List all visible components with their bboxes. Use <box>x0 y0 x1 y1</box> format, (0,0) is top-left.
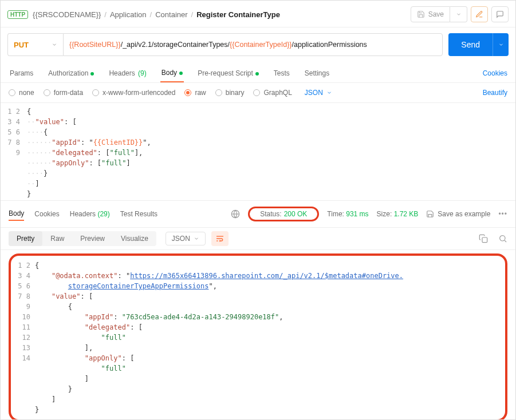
crumb-sep: / <box>191 10 194 19</box>
more-icon[interactable]: ••• <box>498 210 507 218</box>
url-input[interactable]: {{RootSiteURL}}/_api/v2.1/storageContain… <box>63 33 443 56</box>
send-dropdown[interactable] <box>493 33 509 56</box>
time-meta: Time: 931 ms <box>327 210 368 218</box>
size-meta: Size: 1.72 KB <box>377 210 419 218</box>
save-example-button[interactable]: Save as example <box>426 210 490 218</box>
http-badge: HTTP <box>7 10 28 19</box>
tab-authorization[interactable]: Authorization <box>47 65 95 82</box>
save-dropdown[interactable] <box>450 6 467 22</box>
radio-binary[interactable]: binary <box>215 89 245 97</box>
resp-tab-tests[interactable]: Test Results <box>120 208 157 220</box>
crumb-sep: / <box>104 10 107 19</box>
save-label: Save <box>428 10 444 18</box>
request-row: PUT {{RootSiteURL}}/_api/v2.1/storageCon… <box>1 27 515 62</box>
radio-formdata[interactable]: form-data <box>44 89 83 97</box>
response-header: Body Cookies Headers (29) Test Results S… <box>1 200 515 228</box>
svg-point-4 <box>500 236 505 241</box>
breadcrumb: {{SRSCODENAME}} / Application / Containe… <box>33 10 406 19</box>
crumb-current: Register ContainerType <box>196 10 280 19</box>
tab-params[interactable]: Params <box>9 65 34 82</box>
save-button[interactable]: Save <box>411 6 450 22</box>
send-button[interactable]: Send <box>448 33 509 56</box>
vtab-preview[interactable]: Preview <box>72 231 113 246</box>
beautify-link[interactable]: Beautify <box>483 89 507 97</box>
url-var-root: {{RootSiteURL}} <box>69 41 121 49</box>
vtab-raw[interactable]: Raw <box>42 231 72 246</box>
svg-rect-3 <box>482 237 487 243</box>
svg-line-5 <box>505 240 506 242</box>
resp-format-selector[interactable]: JSON <box>166 232 206 245</box>
crumb-container[interactable]: Container <box>155 10 187 19</box>
cookies-link[interactable]: Cookies <box>483 65 507 82</box>
resp-tab-headers[interactable]: Headers (29) <box>70 208 110 220</box>
raw-type-selector[interactable]: JSON <box>305 89 332 97</box>
network-icon <box>231 209 240 219</box>
tab-headers[interactable]: Headers (9) <box>108 65 147 82</box>
resp-tab-cookies[interactable]: Cookies <box>34 208 59 220</box>
tab-prerequest[interactable]: Pre-request Script <box>196 65 260 82</box>
radio-none[interactable]: none <box>9 89 34 97</box>
resp-code[interactable]: { "@odata.context": "https://m365x664138… <box>35 260 499 415</box>
crumb-sep: / <box>150 10 152 19</box>
wrap-lines-icon[interactable] <box>211 231 229 246</box>
resp-tab-body[interactable]: Body <box>9 207 24 221</box>
vtab-pretty[interactable]: Pretty <box>9 231 42 246</box>
url-var-ctid: {{ContainerTypeId}} <box>230 41 292 49</box>
copy-icon[interactable] <box>479 234 488 243</box>
search-icon[interactable] <box>498 234 507 243</box>
response-body-wrap: 1 2 3 4 5 6 7 8 9 10 11 12 13 14 { "@oda… <box>1 250 515 420</box>
req-gutter: 1 2 3 4 5 6 7 8 9 <box>1 106 27 197</box>
vtab-visualize[interactable]: Visualize <box>113 231 156 246</box>
radio-graphql[interactable]: GraphQL <box>253 89 292 97</box>
request-tabs: Params Authorization Headers (9) Body Pr… <box>1 62 515 83</box>
tab-settings[interactable]: Settings <box>304 65 330 82</box>
send-label: Send <box>448 40 493 49</box>
method-label: PUT <box>14 41 29 49</box>
method-selector[interactable]: PUT <box>7 33 63 56</box>
status-pill: Status: 200 OK <box>248 207 319 221</box>
header-bar: HTTP {{SRSCODENAME}} / Application / Con… <box>1 1 515 27</box>
resp-action-icons <box>479 234 507 243</box>
url-seg1: /_api/v2.1/storageContainerTypes/ <box>121 41 230 49</box>
crumb-codename[interactable]: {{SRSCODENAME}} <box>33 10 101 19</box>
response-meta: Status: 200 OK Time: 931 ms Size: 1.72 K… <box>231 207 507 221</box>
request-body-editor[interactable]: 1 2 3 4 5 6 7 8 9 { ··"value": [ ····{ ·… <box>1 103 515 200</box>
tab-tests[interactable]: Tests <box>273 65 291 82</box>
radio-xform[interactable]: x-www-form-urlencoded <box>92 89 175 97</box>
response-body-editor[interactable]: 1 2 3 4 5 6 7 8 9 10 11 12 13 14 { "@oda… <box>9 253 507 420</box>
url-seg2: /applicationPermissions <box>292 41 367 49</box>
body-options: none form-data x-www-form-urlencoded raw… <box>1 83 515 103</box>
comment-icon[interactable] <box>491 6 509 22</box>
radio-raw[interactable]: raw <box>184 89 206 97</box>
crumb-application[interactable]: Application <box>110 10 147 19</box>
edit-icon[interactable] <box>471 6 488 22</box>
response-view-tabs: Pretty Raw Preview Visualize JSON <box>1 228 515 250</box>
resp-gutter: 1 2 3 4 5 6 7 8 9 10 11 12 13 14 <box>17 260 35 415</box>
req-code[interactable]: { ··"value": [ ····{ ······"appId": "{{C… <box>27 106 515 197</box>
tab-body[interactable]: Body <box>160 64 184 82</box>
